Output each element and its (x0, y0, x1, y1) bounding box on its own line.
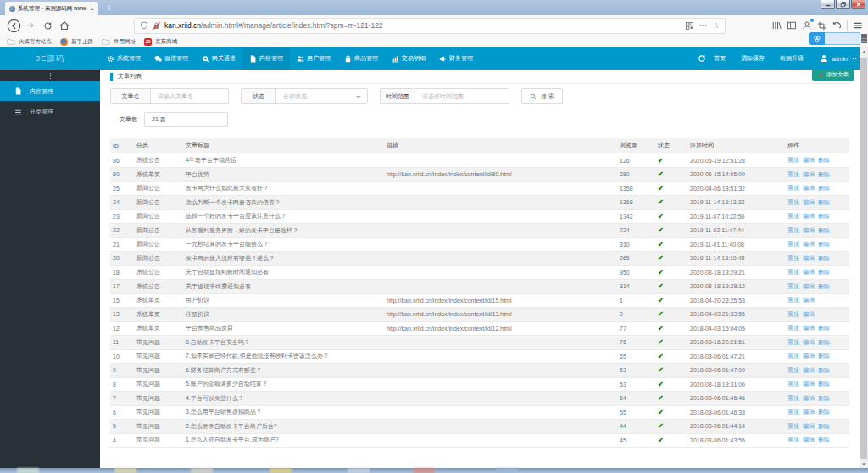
nav-item-3[interactable]: 内容管理 (242, 47, 290, 70)
action-link[interactable]: 编辑 (803, 353, 815, 359)
taskbar-item[interactable] (114, 468, 136, 473)
action-link[interactable]: 置顶 (787, 241, 799, 247)
undo-icon[interactable] (832, 20, 842, 31)
search-button[interactable]: 搜 索 (521, 88, 563, 104)
bookmark-3[interactable]: JD京东商城 (144, 38, 177, 46)
action-link[interactable]: 置顶 (787, 199, 799, 205)
action-link[interactable]: 删除 (818, 199, 830, 205)
action-link[interactable]: 删除 (818, 255, 830, 261)
action-link[interactable]: 删除 (818, 367, 830, 373)
action-link[interactable]: 删除 (818, 213, 830, 219)
action-link[interactable]: 置顶 (787, 171, 799, 177)
shield-icon[interactable] (140, 21, 148, 30)
action-link[interactable]: 删除 (818, 157, 830, 163)
action-link[interactable]: 删除 (818, 185, 830, 191)
status-select[interactable]: 全部状态 (276, 89, 367, 103)
download-widget[interactable] (809, 32, 860, 45)
article-name-input[interactable]: 请输入文章名 (151, 89, 200, 103)
action-link[interactable]: 编辑 (803, 423, 815, 429)
nav-item-0[interactable]: 系统管理 (100, 47, 147, 70)
action-link[interactable]: 删除 (818, 395, 830, 401)
action-link[interactable]: 删除 (818, 269, 830, 275)
action-link[interactable]: 编辑 (803, 199, 815, 205)
reload-button[interactable] (39, 17, 56, 34)
nav-item-4[interactable]: 用户管理 (290, 47, 337, 70)
action-link[interactable]: 编辑 (803, 367, 815, 373)
taskbar-item[interactable] (17, 468, 39, 473)
taskbar-item[interactable] (348, 468, 370, 473)
sidebar-item-0[interactable]: 内容管理 (0, 81, 100, 101)
menu-icon-browser[interactable] (853, 20, 863, 31)
action-link[interactable]: 编辑 (803, 437, 815, 442)
action-link[interactable]: 编辑 (803, 157, 815, 163)
user-menu[interactable]: admin (811, 54, 858, 63)
action-link[interactable]: 删除 (818, 381, 830, 387)
action-link[interactable]: 置顶 (787, 437, 799, 442)
action-link[interactable]: 置顶 (787, 311, 799, 317)
action-link[interactable]: 编辑 (803, 171, 815, 177)
action-link[interactable]: 编辑 (803, 297, 815, 303)
nav-item-1[interactable]: 微信管理 (147, 47, 195, 70)
action-link[interactable]: 删除 (818, 339, 830, 345)
scroll-down-arrow[interactable] (860, 459, 868, 468)
sidebar-collapse-toggle[interactable] (0, 70, 100, 81)
action-link[interactable]: 置顶 (787, 395, 799, 401)
bookmark-star-icon[interactable]: ☆ (713, 21, 720, 30)
download-widget-field[interactable] (825, 32, 860, 45)
nav-item-2[interactable]: 网关通道 (195, 47, 242, 70)
time-range-input[interactable]: 请选择时间范围 (415, 89, 470, 103)
restore-button[interactable] (836, 0, 850, 9)
action-link[interactable]: 置顶 (787, 227, 799, 233)
scan-icon[interactable] (686, 22, 693, 30)
sidebar-item-1[interactable]: 分类管理 (0, 101, 100, 123)
browser-tab[interactable]: 系统管理 - 亲测源码网 www.q × (5, 2, 98, 15)
nav-item-7[interactable]: 财务管理 (432, 47, 480, 70)
forward-button[interactable] (22, 17, 39, 34)
action-link[interactable]: 置顶 (787, 325, 799, 331)
taskbar-item[interactable] (496, 468, 518, 473)
scroll-up-arrow[interactable] (860, 47, 868, 56)
action-link[interactable]: 删除 (818, 171, 830, 177)
new-tab-button[interactable]: + (103, 1, 116, 14)
action-link[interactable]: 编辑 (803, 255, 815, 261)
action-link[interactable]: 编辑 (803, 241, 815, 247)
action-link[interactable]: 删除 (818, 241, 830, 247)
nav-item-5[interactable]: 商品管理 (337, 47, 385, 70)
bookmark-2[interactable]: 常用网址 (102, 37, 136, 46)
action-link[interactable]: 置顶 (787, 381, 799, 387)
app-logo[interactable]: 3E源码 (0, 47, 100, 70)
taskbar-item[interactable] (191, 468, 213, 473)
taskbar-item[interactable] (413, 468, 435, 473)
tab-close-icon[interactable]: × (90, 5, 94, 13)
library-icon[interactable] (771, 20, 782, 31)
action-link[interactable]: 置顶 (787, 213, 799, 219)
action-link[interactable]: 编辑 (803, 339, 815, 345)
action-link[interactable]: 置顶 (787, 353, 799, 359)
windows-taskbar[interactable] (0, 468, 868, 473)
action-link[interactable]: 置顶 (787, 157, 799, 163)
action-link[interactable]: 编辑 (803, 381, 815, 387)
action-link[interactable]: 编辑 (803, 325, 815, 331)
action-link[interactable]: 置顶 (787, 423, 799, 429)
action-link[interactable]: 置顶 (787, 367, 799, 373)
taskbar-item[interactable] (270, 468, 292, 473)
action-link[interactable]: 置顶 (787, 339, 799, 345)
minimize-button[interactable] (821, 0, 835, 9)
bookmark-0[interactable]: 火狐官方站点 (7, 37, 52, 46)
action-link[interactable]: 置顶 (787, 409, 799, 415)
screenshot-icon[interactable] (817, 21, 826, 31)
action-link[interactable]: 编辑 (803, 227, 815, 233)
nav-item-6[interactable]: 交易明细 (385, 47, 432, 70)
action-link[interactable]: 置顶 (787, 185, 799, 191)
insecure-lock-icon[interactable] (152, 21, 161, 31)
action-link[interactable]: 删除 (818, 353, 830, 359)
sidebar-toggle-icon[interactable] (787, 20, 797, 31)
scrollbar-thumb[interactable] (860, 58, 867, 459)
action-link[interactable]: 编辑 (803, 269, 815, 275)
vertical-scrollbar[interactable] (860, 47, 868, 468)
nav-home-link[interactable]: 首页 (706, 54, 733, 63)
action-link[interactable]: 编辑 (803, 395, 815, 401)
url-text[interactable]: kan.xriid.cn/admin.html#/manage/article/… (164, 21, 682, 30)
action-link[interactable]: 编辑 (803, 185, 815, 191)
action-link[interactable]: 删除 (818, 437, 830, 442)
